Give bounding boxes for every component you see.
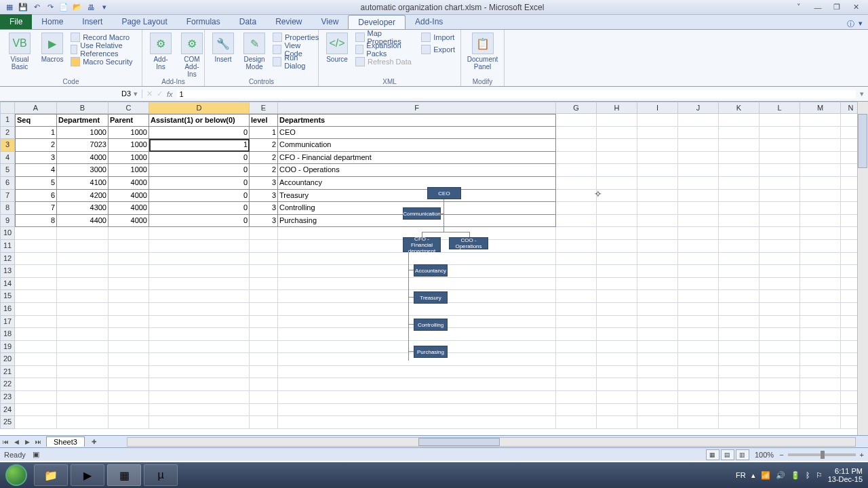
cell-L2[interactable] <box>760 127 800 140</box>
cell-I15[interactable] <box>637 290 678 303</box>
cell-L16[interactable] <box>760 303 800 316</box>
zoom-slider[interactable] <box>788 453 856 456</box>
cell-M25[interactable] <box>800 416 841 429</box>
ribbon-tab-view[interactable]: View <box>312 15 349 29</box>
cell-I1[interactable] <box>637 114 678 127</box>
sheet-tab[interactable]: Sheet3 <box>46 436 85 447</box>
cell-A22[interactable] <box>15 378 57 391</box>
cell-H11[interactable] <box>597 240 637 253</box>
cell-D6[interactable]: 0 <box>149 177 250 190</box>
cell-C11[interactable] <box>108 240 149 253</box>
cell-E15[interactable] <box>250 290 278 303</box>
cell-E5[interactable]: 2 <box>250 164 278 177</box>
vertical-scrollbar[interactable] <box>857 102 868 435</box>
cell-A18[interactable] <box>15 328 57 341</box>
row-header-17[interactable]: 17 <box>0 316 15 329</box>
cell-F13[interactable] <box>278 265 556 278</box>
cell-K13[interactable] <box>719 265 760 278</box>
cell-I14[interactable] <box>637 278 678 291</box>
cell-E14[interactable] <box>250 278 278 291</box>
row-header-9[interactable]: 9 <box>0 215 15 228</box>
cell-A1[interactable]: Seq <box>15 114 57 127</box>
cell-L12[interactable] <box>760 253 800 266</box>
cell-C19[interactable] <box>108 341 149 354</box>
cell-L20[interactable] <box>760 353 800 366</box>
cell-B13[interactable] <box>57 265 108 278</box>
col-header-G[interactable]: G <box>556 102 597 114</box>
cell-I25[interactable] <box>637 416 678 429</box>
zoom-in-button[interactable]: + <box>860 451 864 459</box>
cell-L11[interactable] <box>760 240 800 253</box>
cell-F2[interactable]: CEO <box>278 127 556 140</box>
cell-L15[interactable] <box>760 290 800 303</box>
cell-D4[interactable]: 0 <box>149 152 250 165</box>
cell-B15[interactable] <box>57 290 108 303</box>
cell-C17[interactable] <box>108 316 149 329</box>
ribbon-tab-formulas[interactable]: Formulas <box>177 15 230 29</box>
taskbar-media[interactable]: ▶ <box>71 464 104 486</box>
col-header-I[interactable]: I <box>637 102 678 114</box>
cell-J5[interactable] <box>678 164 719 177</box>
cell-I16[interactable] <box>637 303 678 316</box>
tray-up-icon[interactable]: ▴ <box>751 471 755 480</box>
cell-H2[interactable] <box>597 127 637 140</box>
cell-B24[interactable] <box>57 404 108 417</box>
cell-B6[interactable]: 4100 <box>57 177 108 190</box>
cell-M17[interactable] <box>800 316 841 329</box>
cell-F5[interactable]: COO - Operations <box>278 164 556 177</box>
cell-B3[interactable]: 7023 <box>57 139 108 152</box>
cell-L23[interactable] <box>760 391 800 404</box>
cell-F22[interactable] <box>278 378 556 391</box>
cell-A5[interactable]: 4 <box>15 164 57 177</box>
cell-G11[interactable] <box>556 240 597 253</box>
cell-I21[interactable] <box>637 366 678 379</box>
row-header-3[interactable]: 3 <box>0 139 15 152</box>
page-layout-view-button[interactable]: ▤ <box>721 449 734 460</box>
cell-G6[interactable] <box>556 177 597 190</box>
cell-F8[interactable]: Controlling <box>278 202 556 215</box>
cell-F24[interactable] <box>278 404 556 417</box>
new-sheet-icon[interactable]: ✚ <box>89 439 100 445</box>
cell-E16[interactable] <box>250 303 278 316</box>
cell-E6[interactable]: 3 <box>250 177 278 190</box>
cell-K7[interactable] <box>719 190 760 203</box>
cell-D15[interactable] <box>149 290 250 303</box>
cell-G15[interactable] <box>556 290 597 303</box>
cell-I8[interactable] <box>637 202 678 215</box>
cell-L17[interactable] <box>760 316 800 329</box>
next-sheet-icon[interactable]: ▶ <box>22 439 33 445</box>
cell-I22[interactable] <box>637 378 678 391</box>
macro-record-icon[interactable]: ▣ <box>33 450 39 459</box>
cell-M14[interactable] <box>800 278 841 291</box>
cell-E21[interactable] <box>250 366 278 379</box>
cell-G5[interactable] <box>556 164 597 177</box>
col-header-L[interactable]: L <box>760 102 800 114</box>
cell-A6[interactable]: 5 <box>15 177 57 190</box>
col-header-H[interactable]: H <box>597 102 637 114</box>
cell-J20[interactable] <box>678 353 719 366</box>
cell-K22[interactable] <box>719 378 760 391</box>
cell-H7[interactable] <box>597 190 637 203</box>
cell-H1[interactable] <box>597 114 637 127</box>
cell-A15[interactable] <box>15 290 57 303</box>
first-sheet-icon[interactable]: ⏮ <box>0 439 11 445</box>
cell-A16[interactable] <box>15 303 57 316</box>
cell-G18[interactable] <box>556 328 597 341</box>
file-tab[interactable]: File <box>0 14 32 29</box>
cell-J25[interactable] <box>678 416 719 429</box>
minimize-icon[interactable]: — <box>810 2 826 13</box>
cell-F3[interactable]: Communication <box>278 139 556 152</box>
cell-M22[interactable] <box>800 378 841 391</box>
normal-view-button[interactable]: ▦ <box>706 449 719 460</box>
cell-J14[interactable] <box>678 278 719 291</box>
page-break-view-button[interactable]: ▥ <box>736 449 749 460</box>
visual-basic-button[interactable]: VBVisual Basic <box>4 31 35 72</box>
cell-K20[interactable] <box>719 353 760 366</box>
cell-E25[interactable] <box>250 416 278 429</box>
cell-D5[interactable]: 0 <box>149 164 250 177</box>
cell-B21[interactable] <box>57 366 108 379</box>
cell-L19[interactable] <box>760 341 800 354</box>
cell-J24[interactable] <box>678 404 719 417</box>
cell-D17[interactable] <box>149 316 250 329</box>
cell-K6[interactable] <box>719 177 760 190</box>
